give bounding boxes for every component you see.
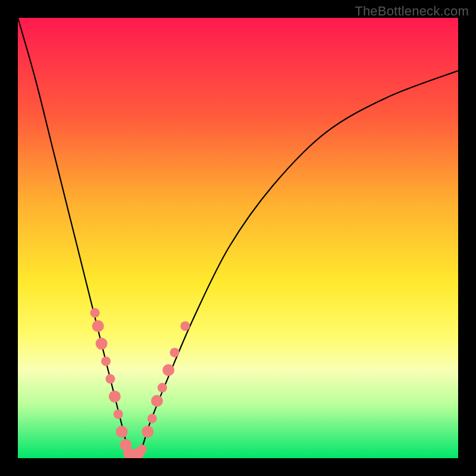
highlighted-dots [90,308,190,458]
dot [162,364,174,376]
chart-frame: TheBottleneck.com [0,0,476,476]
watermark-text: TheBottleneck.com [355,4,469,19]
dot [114,409,123,419]
dot [90,308,100,318]
dot [170,347,179,357]
chart-overlay [18,18,458,458]
dot [137,444,147,454]
bottleneck-curve [18,18,458,458]
dot [92,320,104,332]
dot [105,374,115,384]
dot [151,395,163,407]
dot [116,426,128,438]
dot [109,390,121,402]
dot [180,321,190,331]
dot [101,356,111,366]
plot-area [18,18,458,458]
dot [158,383,167,393]
dot [148,414,157,423]
dot [96,338,108,350]
dot [142,426,154,438]
